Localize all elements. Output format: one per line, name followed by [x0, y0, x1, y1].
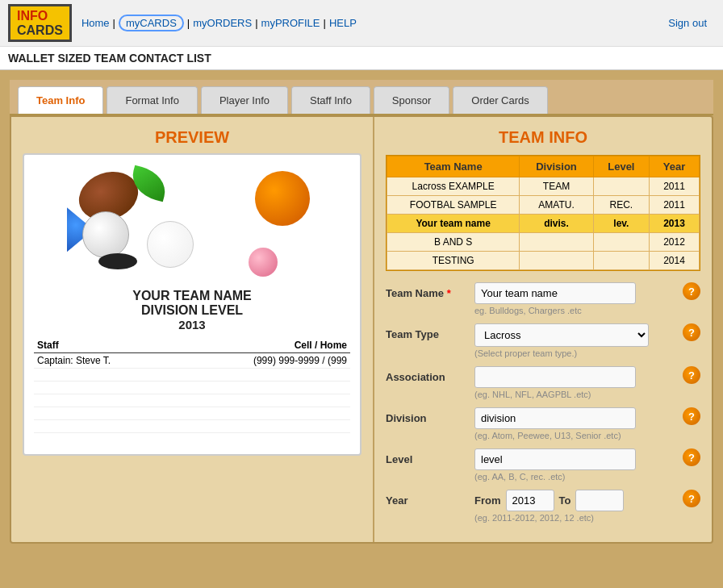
- nav-home[interactable]: Home: [81, 17, 110, 29]
- association-help-icon[interactable]: ?: [683, 366, 700, 384]
- division-hint: (eg. Atom, Peewee, U13, Senior .etc): [474, 431, 678, 440]
- table-row: [34, 433, 350, 446]
- tab-staff-info[interactable]: Staff Info: [291, 86, 370, 114]
- nav-help[interactable]: HELP: [329, 17, 357, 29]
- association-field: (eg. NHL, NFL, AAGPBL .etc): [474, 366, 678, 399]
- team-name-field-row: Team Name * eg. Bulldogs, Chargers .etc …: [386, 282, 700, 315]
- nav-myprofile[interactable]: myPROFILE: [261, 17, 320, 29]
- nav-mycards[interactable]: myCARDS: [119, 15, 184, 31]
- table-row: Captain: Steve T. (999) 999-9999 / (999: [34, 353, 350, 369]
- preview-title: PREVIEW: [23, 128, 362, 147]
- nav-myorders[interactable]: myORDERS: [193, 17, 252, 29]
- table-row[interactable]: FOOTBAL SAMPLEAMATU.REC.2011: [387, 196, 700, 215]
- year-field: From To (eg. 2011-2012, 2012, 12 .etc): [474, 490, 678, 523]
- col-team-name: Team Name: [387, 156, 520, 177]
- level-label: Level: [386, 448, 474, 465]
- table-row[interactable]: TESTING2014: [387, 252, 700, 270]
- level-field-row: Level (eg. AA, B, C, rec. .etc) ?: [386, 448, 700, 482]
- division-label: Division: [386, 407, 474, 424]
- team-name-input[interactable]: [474, 282, 636, 304]
- team-type-hint: (Select proper team type.): [474, 348, 678, 358]
- table-row: [34, 369, 350, 382]
- team-list-table: Team Name Division Level Year Lacross EX…: [387, 156, 700, 270]
- division-help-icon[interactable]: ?: [683, 407, 700, 425]
- division-input[interactable]: [474, 407, 636, 429]
- page-title: WALLET SIZED TEAM CONTACT LIST: [0, 47, 723, 70]
- division-field-row: Division (eg. Atom, Peewee, U13, Senior …: [386, 407, 700, 440]
- table-row: [34, 407, 350, 420]
- association-input[interactable]: [474, 366, 636, 388]
- level-help-icon[interactable]: ?: [683, 448, 700, 466]
- team-name-hint: eg. Bulldogs, Chargers .etc: [474, 306, 678, 315]
- staff-table: Staff Cell / Home Captain: Steve T. (999…: [34, 338, 350, 446]
- logo: INFO CARDS: [8, 4, 72, 42]
- team-type-select[interactable]: Lacross Hockey Soccer Basketball Basebal…: [474, 323, 649, 347]
- team-list-scroll[interactable]: Team Name Division Level Year Lacross EX…: [387, 156, 700, 270]
- year-label: Year: [386, 490, 474, 507]
- year-field-row: Year From To (eg. 2011-2012, 2012, 12 .e…: [386, 490, 700, 523]
- team-type-help-icon[interactable]: ?: [683, 323, 700, 341]
- team-info-title: TEAM INFO: [386, 128, 700, 147]
- team-name-label: Team Name *: [386, 282, 474, 299]
- association-field-row: Association (eg. NHL, NFL, AAGPBL .etc) …: [386, 366, 700, 399]
- main-nav: Home | myCARDS | myORDERS | myPROFILE | …: [81, 15, 357, 31]
- year-hint: (eg. 2011-2012, 2012, 12 .etc): [474, 513, 678, 523]
- preview-year: 2013: [34, 318, 350, 332]
- staff-col-header: Staff: [34, 338, 174, 353]
- header: INFO CARDS Home | myCARDS | myORDERS | m…: [0, 0, 723, 47]
- col-year: Year: [650, 156, 700, 177]
- year-to-label: To: [559, 494, 571, 507]
- preview-division: DIVISION LEVEL: [34, 303, 350, 318]
- col-division: Division: [520, 156, 593, 177]
- team-name-field: eg. Bulldogs, Chargers .etc: [474, 282, 678, 315]
- year-to-input[interactable]: [575, 490, 624, 511]
- preview-team-name: YOUR TEAM NAME: [34, 289, 350, 303]
- level-input[interactable]: [474, 448, 636, 470]
- association-hint: (eg. NHL, NFL, AAGPBL .etc): [474, 390, 678, 399]
- col-level: Level: [593, 156, 649, 177]
- table-row: [34, 394, 350, 407]
- year-from-input[interactable]: [506, 490, 554, 511]
- division-field: (eg. Atom, Peewee, U13, Senior .etc): [474, 407, 678, 440]
- team-list-container: Team Name Division Level Year Lacross EX…: [386, 155, 700, 271]
- team-type-field-row: Team Type Lacross Hockey Soccer Basketba…: [386, 323, 700, 358]
- cell-col-header: Cell / Home: [174, 338, 350, 353]
- team-type-field: Lacross Hockey Soccer Basketball Basebal…: [474, 323, 678, 358]
- preview-card: YOUR TEAM NAME DIVISION LEVEL 2013 Staff…: [23, 153, 362, 456]
- table-row[interactable]: Lacross EXAMPLETEAM2011: [387, 177, 700, 196]
- tab-bar: Team Info Format Info Player Info Staff …: [10, 80, 713, 115]
- tab-team-info[interactable]: Team Info: [18, 86, 103, 114]
- year-from-label: From: [474, 494, 501, 507]
- table-row: [34, 420, 350, 433]
- level-hint: (eg. AA, B, C, rec. .etc): [474, 472, 678, 482]
- association-label: Association: [386, 366, 474, 383]
- tab-format-info[interactable]: Format Info: [107, 86, 197, 114]
- tab-sponsor[interactable]: Sponsor: [374, 86, 449, 114]
- tab-player-info[interactable]: Player Info: [201, 86, 288, 114]
- year-help-icon[interactable]: ?: [683, 490, 700, 507]
- team-type-label: Team Type: [386, 323, 474, 340]
- tab-order-cards[interactable]: Order Cards: [453, 86, 548, 114]
- team-name-help-icon[interactable]: ?: [683, 282, 700, 300]
- table-row[interactable]: B AND S2012: [387, 233, 700, 252]
- table-row[interactable]: Your team namedivis.lev.2013: [387, 215, 700, 233]
- table-row: [34, 382, 350, 394]
- level-field: (eg. AA, B, C, rec. .etc): [474, 448, 678, 482]
- signout-link[interactable]: Sign out: [668, 17, 707, 29]
